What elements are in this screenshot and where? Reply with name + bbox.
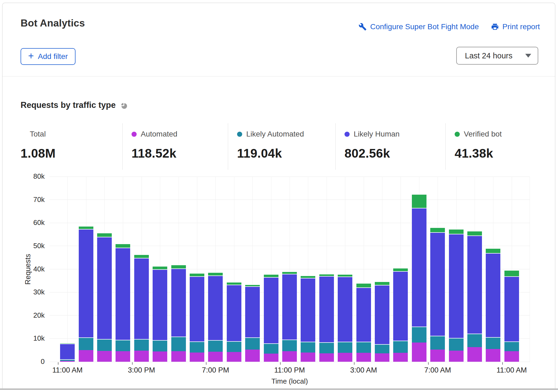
segment-automated[interactable] xyxy=(301,353,315,362)
bar-1200pm[interactable] xyxy=(79,177,93,362)
segment-likely-automated[interactable] xyxy=(412,327,426,343)
segment-likely-automated[interactable] xyxy=(486,337,500,349)
segment-verified-bot[interactable] xyxy=(301,275,315,278)
bar-1100am[interactable] xyxy=(60,177,75,362)
segment-automated[interactable] xyxy=(449,351,464,362)
segment-likely-human[interactable] xyxy=(79,229,93,337)
segment-likely-automated[interactable] xyxy=(504,341,519,351)
segment-likely-human[interactable] xyxy=(338,277,352,342)
segment-verified-bot[interactable] xyxy=(190,273,204,276)
bar-1000am[interactable] xyxy=(486,177,500,362)
bar-500pm[interactable] xyxy=(171,177,186,362)
segment-likely-automated[interactable] xyxy=(79,337,93,350)
segment-verified-bot[interactable] xyxy=(153,266,167,269)
bar-1200am[interactable] xyxy=(301,177,315,362)
segment-likely-human[interactable] xyxy=(504,276,519,341)
segment-likely-automated[interactable] xyxy=(449,338,464,351)
segment-likely-automated[interactable] xyxy=(153,340,167,351)
segment-likely-automated[interactable] xyxy=(245,337,260,350)
segment-verified-bot[interactable] xyxy=(430,227,445,232)
segment-likely-automated[interactable] xyxy=(467,334,482,347)
bar-1100am[interactable] xyxy=(504,177,519,362)
segment-likely-automated[interactable] xyxy=(356,342,371,353)
segment-likely-automated[interactable] xyxy=(301,342,315,352)
segment-automated[interactable] xyxy=(208,352,223,362)
segment-automated[interactable] xyxy=(282,351,297,362)
segment-verified-bot[interactable] xyxy=(412,194,426,208)
segment-likely-human[interactable] xyxy=(171,268,186,337)
segment-likely-human[interactable] xyxy=(393,271,408,341)
print-report-link[interactable]: Print report xyxy=(491,22,540,31)
segment-likely-human[interactable] xyxy=(116,248,130,340)
bar-900pm[interactable] xyxy=(245,177,260,362)
segment-likely-automated[interactable] xyxy=(338,342,352,353)
bar-500am[interactable] xyxy=(393,177,408,362)
segment-verified-bot[interactable] xyxy=(97,233,112,237)
segment-automated[interactable] xyxy=(116,351,130,362)
segment-likely-human[interactable] xyxy=(153,269,167,340)
segment-likely-human[interactable] xyxy=(356,287,371,342)
segment-likely-automated[interactable] xyxy=(319,342,334,353)
segment-verified-bot[interactable] xyxy=(79,226,93,229)
segment-likely-automated[interactable] xyxy=(264,343,278,354)
segment-verified-bot[interactable] xyxy=(134,254,149,258)
segment-likely-automated[interactable] xyxy=(227,341,241,352)
segment-verified-bot[interactable] xyxy=(208,272,223,276)
segment-verified-bot[interactable] xyxy=(227,282,241,284)
segment-verified-bot[interactable] xyxy=(319,274,334,276)
segment-likely-human[interactable] xyxy=(97,237,112,339)
bar-300am[interactable] xyxy=(356,177,371,362)
segment-automated[interactable] xyxy=(245,350,260,362)
segment-automated[interactable] xyxy=(79,350,93,362)
segment-likely-automated[interactable] xyxy=(375,344,389,353)
segment-automated[interactable] xyxy=(467,347,482,362)
segment-likely-human[interactable] xyxy=(430,232,445,336)
segment-likely-human[interactable] xyxy=(264,277,278,344)
segment-likely-automated[interactable] xyxy=(116,340,130,351)
segment-likely-automated[interactable] xyxy=(208,340,223,352)
bar-200am[interactable] xyxy=(338,177,352,362)
segment-likely-human[interactable] xyxy=(134,258,149,339)
segment-verified-bot[interactable] xyxy=(504,270,519,276)
bar-900am[interactable] xyxy=(467,177,482,362)
bar-400pm[interactable] xyxy=(153,177,167,362)
bar-800am[interactable] xyxy=(449,177,464,362)
segment-automated[interactable] xyxy=(319,353,334,362)
segment-automated[interactable] xyxy=(153,351,167,362)
segment-likely-human[interactable] xyxy=(301,278,315,342)
add-filter-button[interactable]: + Add filter xyxy=(21,48,76,65)
segment-likely-human[interactable] xyxy=(412,208,426,327)
segment-verified-bot[interactable] xyxy=(467,231,482,235)
segment-automated[interactable] xyxy=(356,353,371,362)
segment-likely-human[interactable] xyxy=(60,344,75,359)
segment-automated[interactable] xyxy=(264,354,278,362)
segment-verified-bot[interactable] xyxy=(449,229,464,234)
segment-automated[interactable] xyxy=(171,351,186,362)
bar-400am[interactable] xyxy=(375,177,389,362)
bar-300pm[interactable] xyxy=(134,177,149,362)
segment-verified-bot[interactable] xyxy=(116,244,130,248)
bar-600am[interactable] xyxy=(412,177,426,362)
bar-100pm[interactable] xyxy=(97,177,112,362)
segment-likely-human[interactable] xyxy=(282,274,297,340)
segment-verified-bot[interactable] xyxy=(171,265,186,268)
segment-automated[interactable] xyxy=(338,353,352,362)
segment-verified-bot[interactable] xyxy=(245,284,260,286)
segment-verified-bot[interactable] xyxy=(282,271,297,274)
segment-likely-human[interactable] xyxy=(227,285,241,341)
segment-automated[interactable] xyxy=(504,351,519,362)
segment-automated[interactable] xyxy=(486,349,500,362)
segment-likely-automated[interactable] xyxy=(97,339,112,351)
segment-likely-human[interactable] xyxy=(190,276,204,341)
segment-likely-human[interactable] xyxy=(449,234,464,338)
bar-1000pm[interactable] xyxy=(264,177,278,362)
bar-200pm[interactable] xyxy=(116,177,130,362)
segment-automated[interactable] xyxy=(60,361,75,362)
segment-verified-bot[interactable] xyxy=(393,268,408,271)
time-range-select[interactable]: Last 24 hours xyxy=(456,47,538,65)
segment-verified-bot[interactable] xyxy=(375,281,389,285)
segment-likely-automated[interactable] xyxy=(430,336,445,350)
segment-likely-human[interactable] xyxy=(486,253,500,337)
segment-likely-automated[interactable] xyxy=(171,337,186,351)
segment-verified-bot[interactable] xyxy=(264,274,278,277)
